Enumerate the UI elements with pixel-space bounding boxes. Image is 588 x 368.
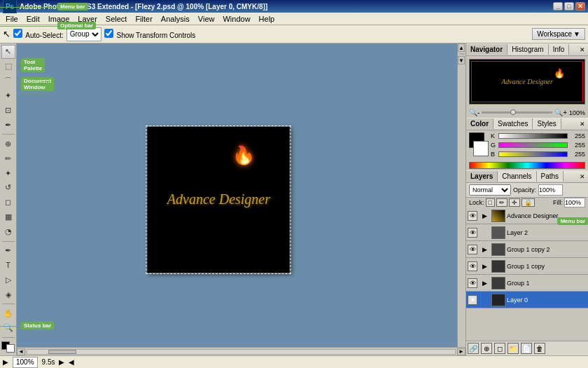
dodge-tool[interactable]: ◔: [1, 225, 15, 239]
layer-eye-group1[interactable]: 👁: [468, 278, 477, 288]
opacity-input[interactable]: [538, 184, 563, 196]
color-slider-k[interactable]: [498, 133, 568, 139]
menu-edit[interactable]: Edit: [22, 14, 44, 24]
close-button[interactable]: ✕: [575, 2, 585, 11]
scroll-up-button[interactable]: ▲: [458, 43, 465, 52]
delete-layer-button[interactable]: 🗑: [534, 343, 545, 354]
layers-close[interactable]: ✕: [577, 173, 588, 180]
layer-row-layer2[interactable]: 👁 Layer 2: [466, 224, 588, 241]
tab-layers[interactable]: Layers: [466, 171, 498, 182]
status-play-icon[interactable]: ▶: [59, 358, 64, 366]
healing-brush-tool[interactable]: ⊕: [1, 137, 15, 151]
layer-eye-group1copy2[interactable]: 👁: [468, 245, 477, 254]
auto-select-type[interactable]: Group Layer: [66, 27, 102, 41]
layer-eye-layer2[interactable]: 👁: [468, 228, 477, 238]
shape-tool[interactable]: ◈: [1, 287, 15, 301]
tab-swatches[interactable]: Swatches: [493, 118, 533, 129]
clone-stamp-tool[interactable]: ✦: [1, 166, 15, 180]
auto-select-checkbox[interactable]: [13, 29, 22, 38]
layer-name-group1copy2: Group 1 copy 2: [507, 246, 587, 253]
layer-eye-advance-designer[interactable]: 👁: [468, 211, 477, 221]
add-style-button[interactable]: ⊕: [481, 343, 492, 354]
lock-image-button[interactable]: ✏: [496, 198, 507, 207]
color-close[interactable]: ✕: [577, 121, 588, 128]
new-layer-button[interactable]: 📄: [521, 343, 532, 354]
nav-zoom-slider[interactable]: [482, 111, 552, 114]
menu-window[interactable]: Window: [218, 14, 254, 24]
tab-paths[interactable]: Paths: [537, 171, 564, 182]
crop-tool[interactable]: ⊡: [1, 104, 15, 118]
menu-image[interactable]: Image: [44, 14, 74, 24]
zoom-out-icon[interactable]: 🔍-: [469, 109, 479, 116]
minimize-button[interactable]: _: [553, 2, 563, 11]
canvas-container: 🔥 Advance Designer: [147, 126, 290, 273]
layer-thumb-layer0: [491, 294, 505, 306]
show-transform-checkbox[interactable]: [104, 29, 113, 38]
background-color[interactable]: [6, 344, 15, 353]
fill-input[interactable]: [564, 198, 585, 207]
tab-navigator[interactable]: Navigator: [466, 44, 507, 55]
layer-link-advance-designer: ▶: [479, 210, 490, 222]
menu-help[interactable]: Help: [255, 14, 279, 24]
layer-eye-layer0[interactable]: 👁: [468, 295, 477, 305]
link-layers-button[interactable]: 🔗: [468, 343, 479, 354]
text-tool[interactable]: T: [1, 258, 15, 272]
tab-channels[interactable]: Channels: [498, 171, 536, 182]
layer-row-advance-designer[interactable]: 👁 ▶ Advance Designer: [466, 207, 588, 224]
quick-select-tool[interactable]: ✦: [1, 89, 15, 103]
pen-tool[interactable]: ✒: [1, 244, 15, 258]
maximize-button[interactable]: □: [564, 2, 574, 11]
lock-position-button[interactable]: ✛: [509, 198, 520, 207]
menu-select[interactable]: Select: [102, 14, 132, 24]
navigator-close[interactable]: ✕: [577, 46, 588, 53]
nav-zoom-thumb[interactable]: [510, 109, 516, 115]
layer-eye-group1copy[interactable]: 👁: [468, 261, 477, 271]
menu-filter[interactable]: Filter: [131, 14, 156, 24]
move-tool[interactable]: ↖: [1, 45, 15, 59]
hand-tool[interactable]: ✋: [1, 306, 15, 320]
path-selection-tool[interactable]: ▷: [1, 273, 15, 287]
background-swatch[interactable]: [473, 141, 489, 156]
marquee-tool[interactable]: ⬚: [1, 60, 15, 74]
zoom-in-icon[interactable]: 🔍+: [554, 109, 567, 116]
scroll-left-button[interactable]: ◄: [17, 348, 25, 355]
tab-histogram[interactable]: Histogram: [507, 44, 549, 55]
lasso-tool[interactable]: ⌒: [1, 74, 15, 88]
horizontal-scrollbar[interactable]: ◄ ►: [17, 347, 465, 355]
scroll-down-button[interactable]: ▼: [458, 56, 465, 64]
vertical-scrollbar[interactable]: ▲ ▼: [457, 43, 465, 347]
layer-thumb-group1copy2: [491, 243, 505, 256]
tab-info[interactable]: Info: [549, 44, 570, 55]
history-brush-tool[interactable]: ↺: [1, 181, 15, 195]
menu-file[interactable]: File: [1, 14, 22, 24]
zoom-tool[interactable]: 🔍: [1, 321, 15, 335]
workspace-button[interactable]: Workspace ▼: [532, 28, 585, 40]
add-mask-button[interactable]: ◻: [494, 343, 505, 354]
scroll-right-button[interactable]: ►: [457, 348, 465, 355]
eraser-tool[interactable]: ◻: [1, 196, 15, 210]
zoom-display[interactable]: 100%: [13, 357, 38, 368]
layer-row-group1copy[interactable]: 👁 ▶ Group 1 copy: [466, 258, 588, 275]
tool-separator-3: [2, 304, 15, 304]
scroll-track-v: [459, 53, 465, 55]
lock-all-button[interactable]: 🔒: [522, 198, 535, 207]
eyedropper-tool[interactable]: ✒: [1, 118, 15, 132]
layer-row-layer0[interactable]: 👁 Layer 0: [466, 292, 588, 308]
layer-row-group1[interactable]: 👁 ▶ Group 1: [466, 275, 588, 292]
color-slider-b[interactable]: [498, 151, 568, 157]
scroll-thumb-h[interactable]: [48, 350, 76, 354]
color-value-b: 255: [570, 151, 585, 158]
menu-analysis[interactable]: Analysis: [157, 14, 194, 24]
brush-tool[interactable]: ✏: [1, 151, 15, 165]
blend-mode-select[interactable]: Normal Multiply Screen: [469, 184, 511, 196]
new-group-button[interactable]: 📁: [507, 343, 519, 354]
tab-color[interactable]: Color: [466, 118, 493, 129]
menu-view[interactable]: View: [194, 14, 219, 24]
gradient-tool[interactable]: ▦: [1, 210, 15, 224]
lock-transparent-button[interactable]: □: [486, 198, 495, 207]
tab-styles[interactable]: Styles: [533, 118, 561, 129]
color-slider-g[interactable]: [498, 142, 568, 148]
rainbow-bar[interactable]: [469, 162, 585, 169]
layer-row-group1copy2[interactable]: 👁 ▶ Group 1 copy 2: [466, 241, 588, 258]
menu-layer[interactable]: Layer: [74, 14, 102, 24]
